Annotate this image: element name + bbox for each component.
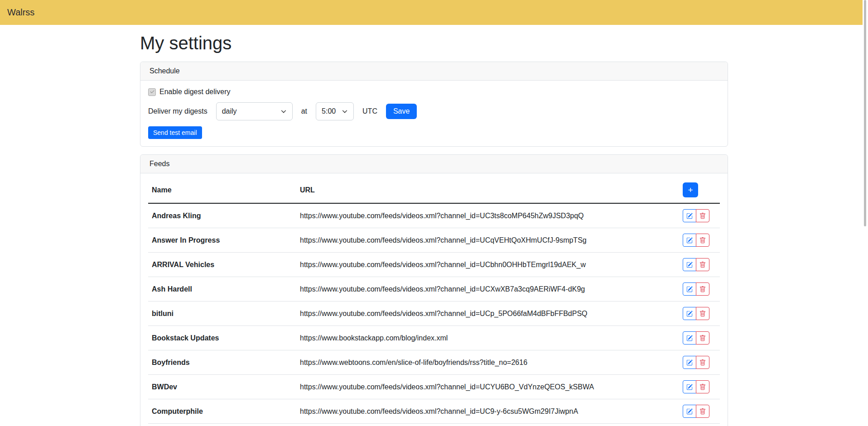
pencil-square-icon	[686, 335, 693, 341]
feed-actions	[679, 203, 720, 228]
schedule-card-header: Schedule	[140, 62, 728, 81]
delete-feed-button[interactable]	[696, 380, 709, 393]
feed-actions	[679, 228, 720, 253]
column-header-url: URL	[296, 177, 679, 203]
feed-name: Fireship	[148, 424, 296, 426]
scrollbar-track[interactable]	[863, 0, 868, 426]
delete-feed-button[interactable]	[696, 234, 709, 247]
edit-feed-button[interactable]	[683, 307, 696, 320]
time-select-value: 5:00	[322, 107, 336, 115]
delete-feed-button[interactable]	[696, 405, 709, 418]
trash-icon	[699, 286, 706, 292]
feed-url: https://www.youtube.com/feeds/videos.xml…	[296, 228, 679, 253]
feed-action-button-group	[683, 307, 709, 320]
feeds-card: Feeds Name URL + Andreas Kling https://w…	[140, 154, 728, 426]
feed-actions	[679, 302, 720, 326]
page-title: My settings	[140, 32, 728, 54]
pencil-square-icon	[686, 213, 693, 219]
feed-url: https://www.youtube.com/feeds/videos.xml…	[296, 399, 679, 424]
feed-action-button-group	[683, 282, 709, 296]
send-test-email-button[interactable]: Send test email	[148, 126, 202, 139]
feed-url: https://www.youtube.com/feeds/videos.xml…	[296, 277, 679, 302]
pencil-square-icon	[686, 311, 693, 317]
table-row: Answer In Progress https://www.youtube.c…	[148, 228, 720, 253]
edit-feed-button[interactable]	[683, 356, 696, 369]
table-row: Fireship https://www.youtube.com/feeds/v…	[148, 424, 720, 426]
feed-action-button-group	[683, 209, 709, 222]
delete-feed-button[interactable]	[696, 356, 709, 369]
feeds-table-body: Andreas Kling https://www.youtube.com/fe…	[148, 203, 720, 426]
column-header-name: Name	[148, 177, 296, 203]
feed-actions	[679, 399, 720, 424]
enable-digest-label: Enable digest delivery	[159, 88, 231, 96]
table-row: Boyfriends https://www.webtoons.com/en/s…	[148, 350, 720, 375]
at-label: at	[301, 107, 307, 115]
timezone-label: UTC	[362, 107, 377, 115]
feeds-table-header-row: Name URL +	[148, 177, 720, 203]
feed-url: https://www.youtube.com/feeds/videos.xml…	[296, 253, 679, 277]
delete-feed-button[interactable]	[696, 331, 709, 345]
feed-name: Bookstack Updates	[148, 326, 296, 350]
feed-actions	[679, 253, 720, 277]
edit-feed-button[interactable]	[683, 380, 696, 393]
feed-action-button-group	[683, 258, 709, 271]
feed-url: https://www.youtube.com/feeds/videos.xml…	[296, 424, 679, 426]
main-content: My settings Schedule Enable digest deliv…	[140, 32, 728, 426]
delete-feed-button[interactable]	[696, 258, 709, 271]
trash-icon	[699, 213, 706, 219]
trash-icon	[699, 384, 706, 390]
edit-feed-button[interactable]	[683, 209, 696, 222]
frequency-select-value: daily	[222, 107, 237, 115]
trash-icon	[699, 237, 706, 244]
enable-digest-checkbox-row[interactable]: Enable digest delivery	[148, 88, 720, 96]
feed-action-button-group	[683, 331, 709, 345]
delete-feed-button[interactable]	[696, 282, 709, 296]
trash-icon	[699, 408, 706, 415]
feed-actions	[679, 375, 720, 399]
pencil-square-icon	[686, 286, 693, 292]
frequency-select[interactable]: daily	[216, 102, 293, 120]
feed-actions	[679, 424, 720, 426]
feed-action-button-group	[683, 234, 709, 247]
pencil-square-icon	[686, 359, 693, 366]
chevron-down-icon	[342, 108, 348, 115]
feeds-table: Name URL + Andreas Kling https://www.you…	[148, 177, 720, 426]
feed-name: ARRIVAL Vehicles	[148, 253, 296, 277]
feed-name: Boyfriends	[148, 350, 296, 375]
feed-action-button-group	[683, 356, 709, 369]
edit-feed-button[interactable]	[683, 405, 696, 418]
scrollbar-thumb[interactable]	[864, 0, 866, 226]
navbar-brand[interactable]: Walrss	[7, 7, 34, 18]
pencil-square-icon	[686, 237, 693, 244]
save-button[interactable]: Save	[386, 104, 417, 119]
table-row: BWDev https://www.youtube.com/feeds/vide…	[148, 375, 720, 399]
time-select[interactable]: 5:00	[316, 102, 354, 120]
add-feed-button[interactable]: +	[683, 182, 698, 197]
delete-feed-button[interactable]	[696, 307, 709, 320]
table-row: Bookstack Updates https://www.bookstacka…	[148, 326, 720, 350]
schedule-form-row: Deliver my digests daily at 5:00 UTC Sav…	[148, 102, 720, 120]
table-row: Computerphile https://www.youtube.com/fe…	[148, 399, 720, 424]
edit-feed-button[interactable]	[683, 258, 696, 271]
table-row: Andreas Kling https://www.youtube.com/fe…	[148, 203, 720, 228]
trash-icon	[699, 311, 706, 317]
feed-url: https://www.bookstackapp.com/blog/index.…	[296, 326, 679, 350]
pencil-square-icon	[686, 408, 693, 415]
chevron-down-icon	[280, 108, 287, 115]
checkbox-checked-icon[interactable]	[148, 88, 156, 96]
column-header-actions: +	[679, 177, 720, 203]
delete-feed-button[interactable]	[696, 209, 709, 222]
edit-feed-button[interactable]	[683, 282, 696, 296]
navbar: Walrss	[0, 0, 868, 25]
trash-icon	[699, 262, 706, 268]
edit-feed-button[interactable]	[683, 234, 696, 247]
pencil-square-icon	[686, 262, 693, 268]
schedule-card-body: Enable digest delivery Deliver my digest…	[140, 81, 728, 146]
table-row: bitluni https://www.youtube.com/feeds/vi…	[148, 302, 720, 326]
feed-url: https://www.webtoons.com/en/slice-of-lif…	[296, 350, 679, 375]
edit-feed-button[interactable]	[683, 331, 696, 345]
feed-name: Ash Hardell	[148, 277, 296, 302]
feed-action-button-group	[683, 405, 709, 418]
feed-name: BWDev	[148, 375, 296, 399]
feed-url: https://www.youtube.com/feeds/videos.xml…	[296, 375, 679, 399]
